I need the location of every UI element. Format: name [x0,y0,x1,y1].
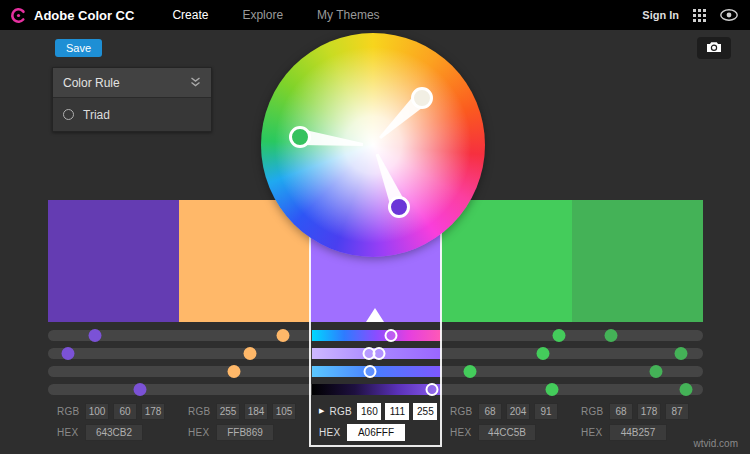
rgb-g-field[interactable]: 60 [113,403,137,420]
slider-dot[interactable] [277,329,290,342]
slider-dot[interactable] [679,383,692,396]
camera-icon [706,39,722,57]
gradient-slider[interactable] [312,330,441,341]
rgb-label: RGB [581,406,605,417]
swatch-2-values: RGB 255 184 105 HEX FFB869 [179,403,310,440]
nav-my-themes[interactable]: My Themes [317,8,379,22]
swatch-5[interactable] [572,200,703,322]
slider-dot[interactable] [545,383,558,396]
active-marker-icon: ▶ [319,407,324,415]
slider-dot[interactable] [228,365,241,378]
top-bar-right: Sign In [642,9,738,22]
camera-button[interactable] [697,37,731,59]
rgb-r-field[interactable]: 68 [478,403,502,420]
top-bar: Adobe Color CC Create Explore My Themes … [0,0,750,30]
hex-label: HEX [57,427,81,438]
selected-rule-label: Triad [83,108,110,122]
wheel-marker[interactable] [413,89,432,108]
rgb-b-field[interactable]: 178 [141,403,165,420]
rgb-label: RGB [57,406,81,417]
rgb-b-field[interactable]: 105 [272,403,296,420]
slider-dot[interactable] [649,365,662,378]
rgb-r-field[interactable]: 160 [357,403,381,420]
color-wheel[interactable] [261,33,485,257]
wheel-marker[interactable] [291,128,310,147]
slider-dot[interactable] [552,329,565,342]
slider-dot[interactable] [536,347,549,360]
color-wheel-logo-icon [10,7,27,24]
apps-grid-icon[interactable] [693,9,706,22]
hex-label: HEX [450,427,474,438]
gradient-slider[interactable] [312,348,441,359]
hex-field[interactable]: 44B257 [609,424,667,441]
swatch-1-values: RGB 100 60 178 HEX 643CB2 [48,403,179,440]
hex-label: HEX [188,427,212,438]
swatch-1[interactable] [48,200,179,322]
slider-handle[interactable] [425,383,438,396]
hex-field[interactable]: FFB869 [216,424,274,441]
rgb-label: RGB [188,406,212,417]
color-rule-header[interactable]: Color Rule [53,68,211,97]
slider-dot[interactable] [674,347,687,360]
slider-dot[interactable] [62,347,75,360]
slider-handle[interactable] [364,365,377,378]
active-sliders [312,330,441,402]
eye-icon[interactable] [720,9,738,21]
slider-dot[interactable] [464,365,477,378]
rgb-label: RGB [329,406,353,417]
rgb-r-field[interactable]: 68 [609,403,633,420]
wheel-overlay [261,33,485,257]
rgb-r-field[interactable]: 100 [85,403,109,420]
color-rule-title: Color Rule [63,76,120,90]
save-button[interactable]: Save [55,39,102,57]
hex-field[interactable]: A06FFF [347,424,405,441]
rgb-b-field[interactable]: 255 [413,403,437,420]
nav-create[interactable]: Create [172,8,208,22]
slider-dot[interactable] [89,329,102,342]
color-rule-panel: Color Rule Triad [52,67,212,132]
slider-dot[interactable] [604,329,617,342]
adobe-color-logo[interactable]: Adobe Color CC [10,7,134,24]
rgb-r-field[interactable]: 255 [216,403,240,420]
slider-dot[interactable] [134,383,147,396]
main-nav: Create Explore My Themes [172,8,379,22]
slider-handle[interactable] [373,347,386,360]
rgb-label: RGB [450,406,474,417]
hex-label: HEX [581,427,605,438]
color-rule-selected-row[interactable]: Triad [53,97,211,131]
wheel-marker[interactable] [390,198,409,217]
rgb-g-field[interactable]: 111 [385,403,409,420]
rule-radio-icon [63,109,74,120]
hex-field[interactable]: 643CB2 [85,424,143,441]
app-title: Adobe Color CC [34,8,134,23]
slider-dot[interactable] [244,347,257,360]
gradient-slider[interactable] [312,384,441,395]
swatch-4-values: RGB 68 204 91 HEX 44CC5B [441,403,572,440]
rgb-g-field[interactable]: 184 [244,403,268,420]
hex-label: HEX [319,427,343,438]
slider-handle[interactable] [384,329,397,342]
values-section: RGB 100 60 178 HEX 643CB2 RGB 255 184 10… [48,403,703,440]
adobe-color-app: Adobe Color CC Create Explore My Themes … [0,0,750,454]
gradient-slider[interactable] [312,366,441,377]
nav-explore[interactable]: Explore [242,8,283,22]
rgb-g-field[interactable]: 204 [506,403,530,420]
swatch-5-values: RGB 68 178 87 HEX 44B257 [572,403,703,440]
swatch-3-values-active: ▶ RGB 160 111 255 HEX A06FFF [310,403,441,440]
active-swatch-arrow-icon [366,308,384,322]
rgb-b-field[interactable]: 87 [665,403,689,420]
hex-field[interactable]: 44CC5B [478,424,536,441]
double-chevron-icon [190,74,201,92]
sign-in-link[interactable]: Sign In [642,9,679,21]
rgb-g-field[interactable]: 178 [637,403,661,420]
rgb-b-field[interactable]: 91 [534,403,558,420]
